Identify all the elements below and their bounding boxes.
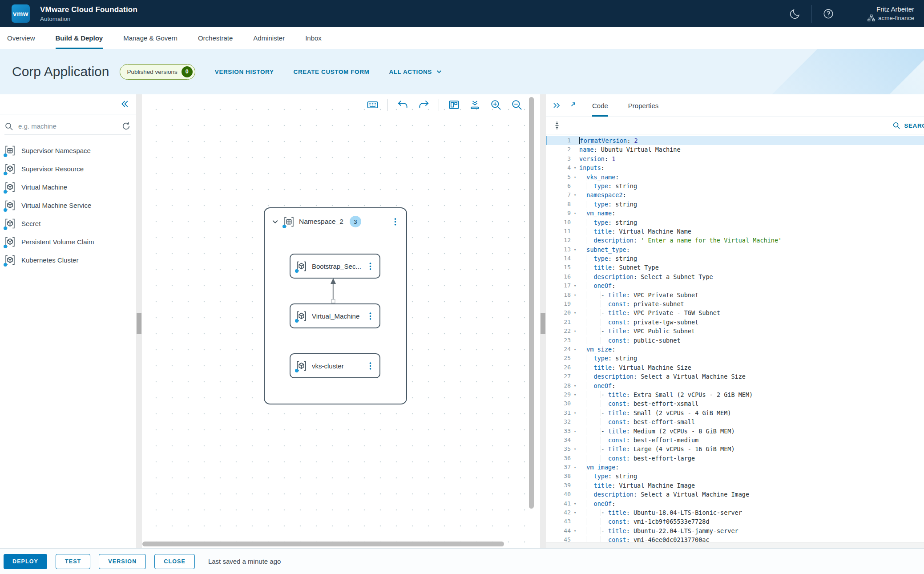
code-line-3[interactable]: 3version: 1 <box>546 154 924 163</box>
palette-search-input[interactable] <box>17 122 106 130</box>
canvas-node-vks-cluster[interactable]: vks-cluster <box>290 353 380 378</box>
kebab-menu-icon[interactable] <box>366 311 375 321</box>
layout-icon[interactable] <box>448 99 460 111</box>
fold-arrow-icon[interactable]: ▾ <box>571 291 579 299</box>
expand-panel-icon[interactable] <box>568 101 576 109</box>
fold-arrow-icon[interactable]: ▾ <box>571 427 579 436</box>
refresh-icon[interactable] <box>121 121 131 131</box>
code-line-19[interactable]: 19 const: private-subnet <box>546 299 924 308</box>
code-line-28[interactable]: 28▾ oneOf: <box>546 381 924 390</box>
undo-icon[interactable] <box>397 99 409 111</box>
code-line-40[interactable]: 40 description: Select a Virtual Machine… <box>546 490 924 499</box>
kebab-menu-icon[interactable] <box>391 217 400 227</box>
fold-arrow-icon[interactable]: ▾ <box>571 281 579 290</box>
close-button[interactable]: CLOSE <box>154 554 195 569</box>
code-line-13[interactable]: 13▾ subnet_type: <box>546 245 924 254</box>
fold-arrow-icon[interactable]: ▾ <box>571 308 579 317</box>
fold-arrow-icon[interactable]: ▾ <box>571 345 579 354</box>
fold-arrow-icon[interactable]: ▾ <box>571 408 579 417</box>
fit-icon[interactable] <box>469 99 481 111</box>
code-line-23[interactable]: 23 const: public-subnet <box>546 336 924 345</box>
code-line-1[interactable]: 1formatVersion: 2 <box>546 136 924 145</box>
action-version-history[interactable]: VERSION HISTORY <box>215 69 274 75</box>
code-line-6[interactable]: 6 type: string <box>546 182 924 190</box>
palette-item-kubernetes-cluster[interactable]: Kubernetes Cluster <box>0 251 136 269</box>
collapse-panel-icon[interactable] <box>553 101 561 109</box>
code-line-24[interactable]: 24▾ vm_size: <box>546 345 924 354</box>
action-all-actions[interactable]: ALL ACTIONS <box>389 69 442 75</box>
code-line-22[interactable]: 22▾ - title: VPC Public Subnet <box>546 327 924 336</box>
left-splitter-handle[interactable] <box>137 313 141 334</box>
code-line-33[interactable]: 33▾ - title: Medium (2 vCPUs - 8 GiB MEM… <box>546 427 924 436</box>
canvas-node-virtual-machine[interactable]: Virtual_Machine <box>290 303 380 328</box>
vmware-logo[interactable]: vmw <box>12 4 30 23</box>
code-line-31[interactable]: 31▾ - title: Small (2 vCPUs - 4 GiB MEM) <box>546 408 924 417</box>
tab-manage-govern[interactable]: Manage & Govern <box>123 27 178 49</box>
fold-arrow-icon[interactable]: ▾ <box>571 445 579 453</box>
code-line-14[interactable]: 14 type: string <box>546 254 924 263</box>
help-icon[interactable] <box>823 8 834 20</box>
palette-item-secret[interactable]: Secret <box>0 214 136 233</box>
code-line-26[interactable]: 26 title: Virtual Machine Size <box>546 363 924 372</box>
fold-arrow-icon[interactable]: ▾ <box>571 526 579 535</box>
fold-arrow-icon[interactable]: ▾ <box>571 463 579 472</box>
code-line-44[interactable]: 44▾ - title: Ubuntu-22.04-LTS-jammy-serv… <box>546 526 924 535</box>
code-line-38[interactable]: 38 type: string <box>546 472 924 481</box>
fold-arrow-icon[interactable]: ▾ <box>571 499 579 508</box>
code-line-41[interactable]: 41▾ oneOf: <box>546 499 924 508</box>
code-line-15[interactable]: 15 title: Subnet Type <box>546 263 924 272</box>
left-splitter[interactable] <box>136 94 142 548</box>
code-line-8[interactable]: 8 type: string <box>546 200 924 209</box>
code-line-10[interactable]: 10 type: string <box>546 218 924 227</box>
tab-build-deploy[interactable]: Build & Deploy <box>56 27 103 49</box>
palette-item-supervisor-resource[interactable]: Supervisor Resource <box>0 160 136 178</box>
fold-arrow-icon[interactable]: ▾ <box>571 245 579 254</box>
code-line-35[interactable]: 35▾ - title: Large (4 vCPUs - 16 GiB MEM… <box>546 445 924 453</box>
code-line-12[interactable]: 12 description: ' Enter a name for the V… <box>546 236 924 245</box>
code-line-20[interactable]: 20▾ - title: VPC Private - TGW Subnet <box>546 308 924 317</box>
dark-mode-icon[interactable] <box>789 8 801 20</box>
fold-arrow-icon[interactable]: ▾ <box>571 190 579 199</box>
code-line-45[interactable]: 45 const: vmi-46ee0dc02137700ac <box>546 535 924 542</box>
code-line-32[interactable]: 32 const: best-effort-small <box>546 417 924 426</box>
canvas-horizontal-scrollbar[interactable] <box>142 542 534 546</box>
code-line-36[interactable]: 36 const: best-effort-large <box>546 454 924 463</box>
test-button[interactable]: TEST <box>56 554 90 569</box>
code-line-18[interactable]: 18▾ - title: VPC Private Subnet <box>546 291 924 299</box>
zoom-in-icon[interactable] <box>490 99 502 111</box>
code-line-16[interactable]: 16 description: Select a Subnet Type <box>546 272 924 281</box>
code-line-7[interactable]: 7▾ namespace2: <box>546 190 924 199</box>
design-canvas[interactable]: Namespace_2 3 Bootstrap_Sec...Virtual_Ma… <box>142 94 534 548</box>
code-line-5[interactable]: 5▾ vks_name: <box>546 173 924 182</box>
keyboard-icon[interactable] <box>367 99 379 111</box>
right-splitter-handle[interactable] <box>541 313 545 334</box>
canvas-node-bootstrap-sec-[interactable]: Bootstrap_Sec... <box>290 254 380 279</box>
right-splitter[interactable] <box>540 94 546 548</box>
fold-arrow-icon[interactable]: ▾ <box>571 327 579 336</box>
code-line-2[interactable]: 2name: Ubuntu Virtual Machine <box>546 145 924 154</box>
kebab-menu-icon[interactable] <box>366 361 375 371</box>
fold-arrow-icon[interactable]: ▾ <box>571 163 579 172</box>
fold-arrow-icon[interactable]: ▾ <box>571 209 579 218</box>
tab-overview[interactable]: Overview <box>7 27 35 49</box>
code-line-11[interactable]: 11 title: Virtual Machine Name <box>546 227 924 236</box>
tab-code[interactable]: Code <box>592 94 608 117</box>
code-line-17[interactable]: 17▾ oneOf: <box>546 281 924 290</box>
code-line-34[interactable]: 34 const: best-effort-medium <box>546 436 924 445</box>
palette-item-supervisor-namespace[interactable]: Supervisor Namespace <box>0 141 136 160</box>
code-line-39[interactable]: 39 title: Virtual Machine Image <box>546 481 924 490</box>
palette-item-virtual-machine-service[interactable]: Virtual Machine Service <box>0 196 136 214</box>
palette-item-persistent-volume-claim[interactable]: Persistent Volume Claim <box>0 233 136 251</box>
fold-arrow-icon[interactable]: ▾ <box>571 173 579 182</box>
tab-properties[interactable]: Properties <box>628 94 658 117</box>
code-line-29[interactable]: 29▾ - title: Extra Small (2 vCPUs - 2 Gi… <box>546 390 924 399</box>
code-line-42[interactable]: 42▾ - title: Ubuntu-18.04-LTS-Bionic-ser… <box>546 508 924 517</box>
zoom-out-icon[interactable] <box>511 99 523 111</box>
code-line-30[interactable]: 30 const: best-effort-xsmall <box>546 399 924 408</box>
code-line-37[interactable]: 37▾ vm_image: <box>546 463 924 472</box>
chevron-down-icon[interactable] <box>271 218 279 226</box>
fold-arrow-icon[interactable]: ▾ <box>571 390 579 399</box>
code-line-9[interactable]: 9▾ vm_name: <box>546 209 924 218</box>
tab-administer[interactable]: Administer <box>253 27 285 49</box>
yaml-editor[interactable]: 1formatVersion: 22name: Ubuntu Virtual M… <box>546 134 924 542</box>
